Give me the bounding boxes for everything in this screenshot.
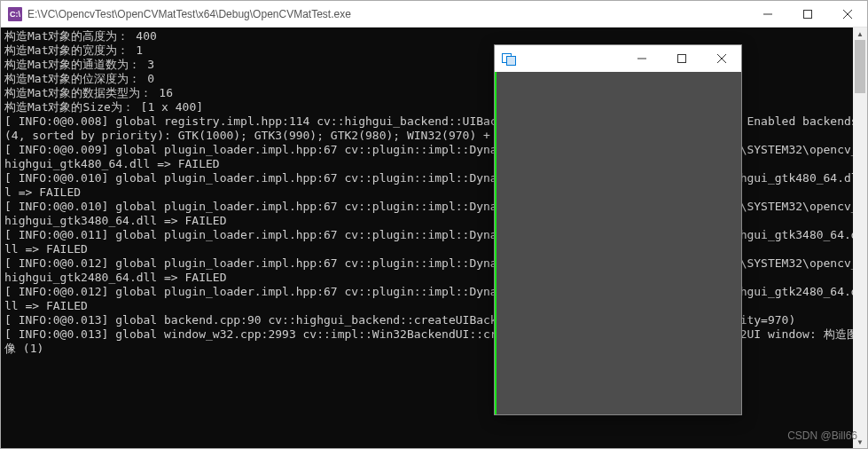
svg-rect-5 <box>677 55 685 63</box>
opencv-image-window <box>494 44 742 415</box>
svg-rect-1 <box>803 10 811 18</box>
opencv-window-icon <box>502 53 516 64</box>
mat-image-content <box>495 72 497 414</box>
minimize-button[interactable] <box>747 1 787 27</box>
close-button[interactable] <box>827 1 867 27</box>
popup-maximize-button[interactable] <box>661 45 701 72</box>
scroll-up-arrow[interactable]: ▲ <box>853 28 867 40</box>
scrollbar-thumb[interactable] <box>855 40 865 93</box>
window-title: E:\VC\OpencvTest\OpenCVMatTest\x64\Debug… <box>27 8 747 20</box>
popup-close-button[interactable] <box>701 45 741 72</box>
window-controls <box>747 1 867 27</box>
watermark: CSDN @Bill66 <box>787 429 857 442</box>
maximize-button[interactable] <box>787 1 827 27</box>
vertical-scrollbar[interactable]: ▲ ▼ <box>853 28 867 448</box>
titlebar: C:\ E:\VC\OpencvTest\OpenCVMatTest\x64\D… <box>1 1 867 28</box>
popup-titlebar <box>495 45 741 72</box>
app-icon: C:\ <box>8 7 22 21</box>
image-display-area <box>495 72 741 414</box>
popup-minimize-button[interactable] <box>622 45 661 72</box>
